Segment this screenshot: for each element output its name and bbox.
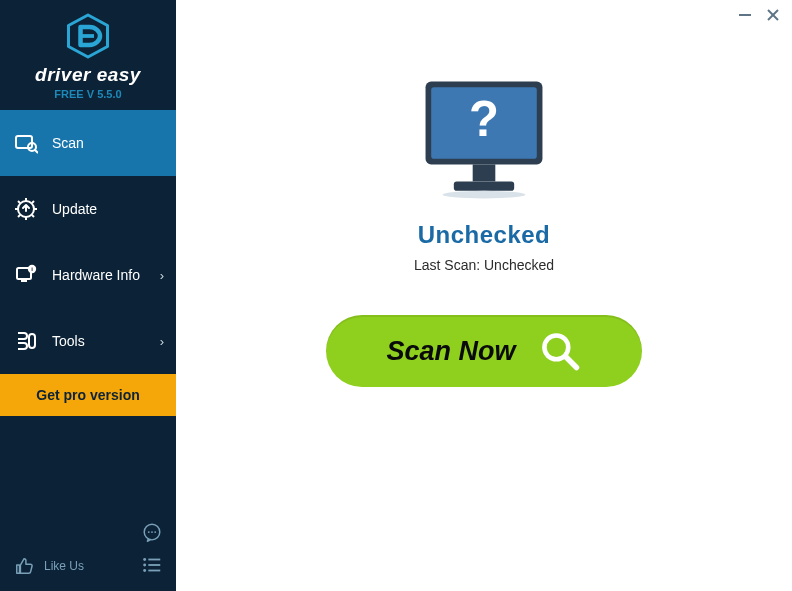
sidebar-item-label: Scan (52, 135, 164, 151)
magnifier-icon (538, 329, 582, 373)
svg-point-20 (148, 531, 150, 533)
svg-line-4 (35, 150, 38, 153)
svg-line-13 (32, 201, 34, 203)
sidebar-nav: Scan Update i Hardware Info › Tools (0, 110, 176, 416)
main-center: ? Unchecked Last Scan: Unchecked Scan No… (176, 75, 792, 387)
chevron-right-icon: › (160, 334, 164, 349)
sidebar-item-label: Update (52, 201, 164, 217)
status-title: Unchecked (418, 221, 551, 249)
sidebar-spacer (0, 416, 176, 521)
svg-rect-18 (29, 334, 35, 348)
thumbs-up-icon (14, 555, 36, 577)
sidebar-utility-icons (140, 521, 164, 577)
svg-point-21 (151, 531, 153, 533)
sidebar-item-tools[interactable]: Tools › (0, 308, 176, 374)
sidebar-bottom: Like Us (0, 521, 176, 591)
hardware-info-icon: i (14, 263, 38, 287)
minimize-icon (737, 7, 753, 23)
sidebar-item-scan[interactable]: Scan (0, 110, 176, 176)
brand-block: driver easy FREE V 5.5.0 (0, 0, 176, 110)
sidebar-item-label: Hardware Info (52, 267, 160, 283)
svg-line-10 (18, 201, 20, 203)
svg-point-37 (443, 191, 526, 199)
like-us-button[interactable]: Like Us (14, 555, 84, 577)
svg-text:?: ? (469, 92, 499, 146)
feedback-button[interactable] (140, 521, 164, 545)
brand-logo-icon (64, 12, 112, 60)
svg-rect-36 (454, 181, 514, 190)
close-button[interactable] (764, 6, 782, 24)
minimize-button[interactable] (736, 6, 754, 24)
scan-icon (14, 131, 38, 155)
svg-rect-15 (21, 280, 27, 282)
svg-rect-2 (16, 136, 32, 148)
scan-now-button[interactable]: Scan Now (326, 315, 642, 387)
sidebar-item-get-pro[interactable]: Get pro version (0, 374, 176, 416)
like-us-label: Like Us (44, 559, 84, 573)
brand-subtitle: FREE V 5.5.0 (54, 88, 121, 100)
update-icon (14, 197, 38, 221)
brand-title: driver easy (35, 64, 141, 86)
svg-rect-35 (473, 164, 496, 181)
main-panel: ? Unchecked Last Scan: Unchecked Scan No… (176, 0, 792, 591)
sidebar-item-label: Tools (52, 333, 160, 349)
svg-line-11 (32, 215, 34, 217)
scan-now-label: Scan Now (386, 336, 515, 367)
sidebar-item-update[interactable]: Update (0, 176, 176, 242)
sidebar: driver easy FREE V 5.5.0 Scan Update i (0, 0, 176, 591)
menu-button[interactable] (140, 553, 164, 577)
sidebar-item-label: Get pro version (36, 387, 139, 403)
svg-point-25 (143, 569, 146, 572)
svg-line-39 (565, 357, 576, 368)
svg-point-24 (143, 564, 146, 567)
chat-bubble-icon (141, 522, 163, 544)
sidebar-item-hardware-info[interactable]: i Hardware Info › (0, 242, 176, 308)
svg-point-22 (154, 531, 156, 533)
status-subtitle: Last Scan: Unchecked (414, 257, 554, 273)
app-window: driver easy FREE V 5.5.0 Scan Update i (0, 0, 792, 591)
close-icon (765, 7, 781, 23)
list-menu-icon (141, 554, 163, 576)
chevron-right-icon: › (160, 268, 164, 283)
svg-line-12 (18, 215, 20, 217)
monitor-question-icon: ? (418, 75, 550, 203)
window-controls (736, 6, 782, 24)
svg-point-23 (143, 558, 146, 561)
tools-icon (14, 329, 38, 353)
